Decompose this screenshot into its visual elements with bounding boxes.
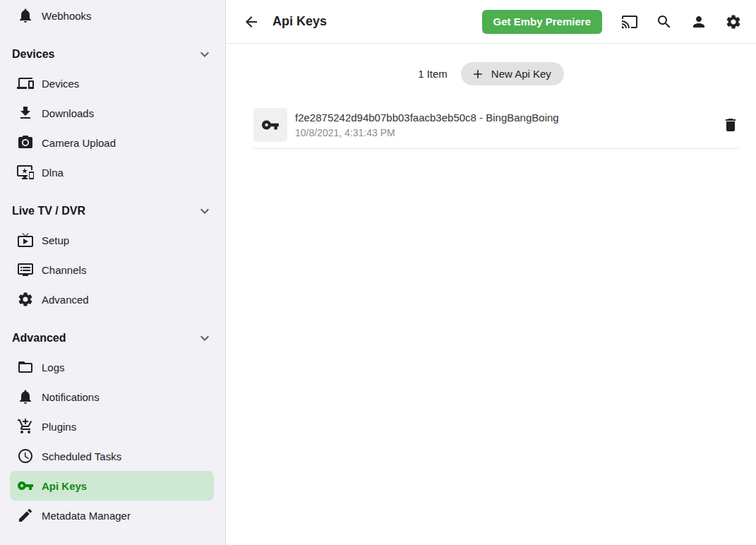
new-api-key-label: New Api Key bbox=[491, 68, 551, 80]
cart-plus-icon bbox=[17, 418, 34, 435]
search-button[interactable] bbox=[656, 13, 673, 30]
settings-sidebar: Webhooks Devices Devices Downloads Camer… bbox=[0, 0, 226, 545]
download-icon bbox=[17, 104, 34, 121]
sidebar-item-dlna[interactable]: Dlna bbox=[10, 157, 214, 187]
devices-icon bbox=[17, 75, 34, 92]
sidebar-section-title: Devices bbox=[12, 48, 55, 61]
important-devices-icon bbox=[17, 164, 34, 181]
folder-icon bbox=[17, 359, 34, 376]
sidebar-section-title: Live TV / DVR bbox=[12, 205, 85, 217]
sidebar-section-advanced[interactable]: Advanced bbox=[0, 324, 225, 352]
cast-button[interactable] bbox=[621, 13, 638, 30]
sidebar-item-label: Scheduled Tasks bbox=[42, 450, 121, 462]
person-icon bbox=[690, 13, 707, 30]
sidebar-item-downloads[interactable]: Downloads bbox=[10, 98, 214, 128]
key-icon bbox=[261, 116, 280, 134]
main-area: Api Keys Get Emby Premiere bbox=[226, 0, 756, 545]
sidebar-item-label: Setup bbox=[42, 234, 69, 246]
api-key-created-date: 10/8/2021, 4:31:43 PM bbox=[295, 127, 559, 138]
sidebar-item-logs[interactable]: Logs bbox=[10, 352, 214, 382]
trash-icon bbox=[722, 116, 739, 133]
sidebar-item-label: Channels bbox=[42, 264, 86, 276]
new-api-key-button[interactable]: New Api Key bbox=[461, 62, 564, 85]
header-actions: Get Emby Premiere bbox=[482, 10, 742, 34]
sidebar-item-label: Devices bbox=[42, 78, 79, 90]
sidebar-section-devices[interactable]: Devices bbox=[0, 40, 225, 68]
chevron-down-icon[interactable] bbox=[196, 330, 213, 347]
settings-button[interactable] bbox=[725, 13, 742, 30]
page-title: Api Keys bbox=[272, 14, 327, 29]
gear-icon bbox=[725, 13, 742, 30]
user-button[interactable] bbox=[690, 13, 707, 30]
dvr-icon bbox=[17, 261, 34, 278]
sidebar-item-notifications[interactable]: Notifications bbox=[10, 382, 214, 412]
clock-icon bbox=[17, 448, 34, 465]
sidebar-section-live-tv[interactable]: Live TV / DVR bbox=[0, 197, 225, 225]
sidebar-item-label: Metadata Manager bbox=[42, 510, 131, 522]
item-count: 1 Item bbox=[418, 68, 448, 80]
sidebar-item-label: Logs bbox=[42, 361, 65, 373]
get-emby-premiere-button[interactable]: Get Emby Premiere bbox=[482, 10, 602, 34]
sidebar-item-webhooks[interactable]: Webhooks bbox=[10, 1, 214, 30]
app-header: Api Keys Get Emby Premiere bbox=[226, 0, 756, 44]
api-key-name: f2e2875242d94b07bb03faacb3eb50c8 - BingB… bbox=[295, 112, 559, 124]
sidebar-item-camera-upload[interactable]: Camera Upload bbox=[10, 128, 214, 157]
bell-icon bbox=[17, 388, 34, 405]
sidebar-item-channels[interactable]: Channels bbox=[10, 255, 214, 285]
api-key-info: f2e2875242d94b07bb03faacb3eb50c8 - BingB… bbox=[295, 112, 559, 138]
sidebar-item-label: Dlna bbox=[42, 167, 64, 179]
sidebar-section-title: Advanced bbox=[12, 332, 66, 345]
sidebar-item-devices[interactable]: Devices bbox=[10, 68, 214, 98]
bell-icon bbox=[17, 7, 34, 24]
delete-api-key-button[interactable] bbox=[722, 116, 739, 133]
chevron-down-icon[interactable] bbox=[196, 203, 213, 220]
sidebar-item-label: Api Keys bbox=[42, 480, 87, 492]
sidebar-item-plugins[interactable]: Plugins bbox=[10, 412, 214, 441]
plus-icon bbox=[471, 67, 485, 81]
key-icon bbox=[17, 477, 34, 494]
api-key-thumbnail bbox=[253, 108, 287, 142]
search-icon bbox=[656, 13, 673, 30]
camera-icon bbox=[17, 134, 34, 151]
sidebar-item-label: Advanced bbox=[42, 294, 89, 306]
api-key-list: f2e2875242d94b07bb03faacb3eb50c8 - BingB… bbox=[253, 108, 739, 149]
api-key-row: f2e2875242d94b07bb03faacb3eb50c8 - BingB… bbox=[253, 108, 739, 149]
sidebar-item-scheduled-tasks[interactable]: Scheduled Tasks bbox=[10, 441, 214, 471]
sidebar-item-label: Webhooks bbox=[42, 10, 92, 22]
arrow-back-icon bbox=[243, 13, 260, 30]
sidebar-item-metadata-manager[interactable]: Metadata Manager bbox=[10, 501, 214, 530]
sidebar-item-label: Downloads bbox=[42, 107, 94, 119]
gear-icon bbox=[17, 291, 34, 308]
sidebar-item-label: Plugins bbox=[42, 421, 76, 433]
sidebar-item-api-keys[interactable]: Api Keys bbox=[10, 471, 214, 501]
cast-icon bbox=[621, 13, 638, 30]
chevron-down-icon[interactable] bbox=[196, 46, 213, 63]
sidebar-item-label: Camera Upload bbox=[42, 137, 116, 149]
sidebar-item-livetv-advanced[interactable]: Advanced bbox=[10, 285, 214, 314]
back-button[interactable] bbox=[243, 13, 260, 30]
api-keys-toolbar: 1 Item New Api Key bbox=[226, 62, 756, 85]
pencil-icon bbox=[17, 507, 34, 524]
sidebar-item-label: Notifications bbox=[42, 391, 100, 403]
live-tv-icon bbox=[17, 232, 34, 248]
sidebar-item-setup[interactable]: Setup bbox=[10, 225, 214, 255]
